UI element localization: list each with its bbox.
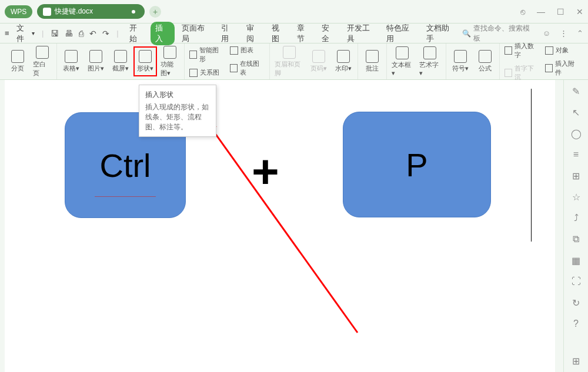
sidebar-help-icon[interactable]: ? <box>571 319 582 329</box>
sidebar-gallery-icon[interactable]: ⊞ <box>571 170 582 181</box>
watermark-button[interactable]: 水印▾ <box>332 48 355 75</box>
plus-text: + <box>252 145 279 199</box>
document-canvas[interactable]: 插入形状 插入现成的形状，如线条、矩形、流程图、标注等。 Ctrl + P <box>5 80 563 372</box>
object-label: 对象 <box>556 46 569 55</box>
skin-icon[interactable]: ⎋ <box>520 7 525 16</box>
smile-icon[interactable]: ☺ <box>543 29 550 38</box>
document-tab[interactable]: 快捷键.docx <box>37 4 145 19</box>
menu-tab-8[interactable]: 开发工具 <box>343 22 379 45</box>
ribbon-toolbar: 分页空白页表格▾图片▾截屏▾形状▾功能图▾智能图形关系图图表在线图表页眉和页脚页… <box>0 43 588 80</box>
sidebar-shape-icon[interactable]: ◯ <box>571 128 582 139</box>
textbox-label: 文本框▾ <box>392 61 413 77</box>
online-chart-icon <box>230 64 238 72</box>
function-diagram-button[interactable]: 功能图▾ <box>158 43 182 80</box>
menu-file[interactable]: 文件▾ <box>13 22 38 45</box>
table-button[interactable]: 表格▾ <box>59 48 83 75</box>
attachment-icon <box>545 64 553 72</box>
page-break-label: 分页 <box>11 64 24 73</box>
menu-tab-1[interactable]: 插入 <box>151 22 175 45</box>
object-icon <box>545 46 553 55</box>
shape-tooltip: 插入形状 插入现成的形状，如线条、矩形、流程图、标注等。 <box>139 85 216 137</box>
insert-number-icon <box>505 46 512 55</box>
formula-button[interactable]: 公式 <box>473 48 497 75</box>
doc-name: 快捷键.docx <box>55 6 93 16</box>
picture-button[interactable]: 图片▾ <box>84 48 108 75</box>
menu-tab-7[interactable]: 安全 <box>318 22 340 45</box>
close-icon[interactable]: ✕ <box>576 7 583 16</box>
formula-icon <box>479 50 492 63</box>
sidebar-grid-icon[interactable]: ⊞ <box>571 356 582 366</box>
add-tab-button[interactable]: + <box>149 6 161 18</box>
blank-page-button[interactable]: 空白页 <box>31 43 54 80</box>
symbol-icon <box>454 50 467 63</box>
menu-tab-10[interactable]: 文档助手 <box>423 22 459 45</box>
page-number-icon <box>312 50 325 63</box>
preview-icon[interactable]: ⎙ <box>79 29 83 38</box>
wordart-label: 艺术字▾ <box>419 61 441 77</box>
smart-art-button[interactable]: 智能图形 <box>187 45 226 65</box>
drop-cap-label: 首字下沉 <box>514 64 539 82</box>
vertical-scrollbar[interactable] <box>555 80 563 372</box>
sidebar-star-icon[interactable]: ☆ <box>571 192 582 202</box>
redo-icon[interactable]: ↷ <box>102 29 109 38</box>
sidebar-screen-icon[interactable]: ⧉ <box>571 234 582 244</box>
minimize-icon[interactable]: — <box>537 7 545 16</box>
relation-chart-label: 关系图 <box>200 68 219 77</box>
chart-button[interactable]: 图表 <box>228 45 267 56</box>
menu-tab-0[interactable]: 开始 <box>126 22 148 45</box>
p-text: P <box>406 146 427 184</box>
online-chart-button[interactable]: 在线图表 <box>228 58 267 78</box>
screenshot-icon <box>114 50 127 63</box>
menu-tab-9[interactable]: 特色应用 <box>383 22 419 45</box>
sidebar-pencil-icon[interactable]: ✎ <box>571 86 582 96</box>
textbox-icon <box>396 46 409 59</box>
insert-number-button[interactable]: 插入数字 <box>502 41 542 61</box>
chart-icon <box>230 46 238 55</box>
menu-tab-6[interactable]: 章节 <box>293 22 315 45</box>
relation-chart-icon <box>189 69 198 77</box>
symbol-button[interactable]: 符号▾ <box>449 48 472 75</box>
header-footer-button[interactable]: 页眉和页脚 <box>272 43 306 80</box>
screenshot-button[interactable]: 截屏▾ <box>109 48 132 75</box>
object-button[interactable]: 对象 <box>543 45 582 56</box>
wordart-button[interactable]: 艺术字▾ <box>417 44 443 79</box>
ctrl-text: Ctrl <box>99 146 151 185</box>
tooltip-title: 插入形状 <box>145 90 210 100</box>
menu-tab-5[interactable]: 视图 <box>268 22 290 45</box>
expand-icon[interactable]: ⌃ <box>577 29 583 38</box>
menu-tab-2[interactable]: 页面布局 <box>178 22 214 45</box>
menu-tab-4[interactable]: 审阅 <box>243 22 265 45</box>
p-key-shape[interactable]: P <box>343 112 491 217</box>
page-break-icon <box>11 50 24 63</box>
comment-icon <box>366 50 379 63</box>
undo-icon[interactable]: ↶ <box>89 29 96 38</box>
smart-art-label: 智能图形 <box>199 46 224 63</box>
doc-icon <box>43 8 51 16</box>
maximize-icon[interactable]: ☐ <box>557 7 564 16</box>
text-cursor <box>531 89 532 242</box>
comment-button[interactable]: 批注 <box>360 48 384 75</box>
hamburger-icon[interactable]: ≡ <box>5 29 9 38</box>
sidebar-history-icon[interactable]: ↻ <box>571 297 582 308</box>
page-number-label: 页码▾ <box>310 64 327 73</box>
sidebar-image-icon[interactable]: ⛶ <box>571 276 582 287</box>
header-footer-icon <box>283 46 296 59</box>
page-number-button[interactable]: 页码▾ <box>307 48 330 75</box>
menu-tab-3[interactable]: 引用 <box>218 22 239 45</box>
textbox-button[interactable]: 文本框▾ <box>389 44 416 79</box>
print-icon[interactable]: 🖶 <box>65 29 73 38</box>
more-icon[interactable]: ⋮ <box>560 29 567 38</box>
sidebar-share-icon[interactable]: ⤴ <box>571 213 582 223</box>
page-break-button[interactable]: 分页 <box>6 48 29 75</box>
sidebar-cursor-icon[interactable]: ↖ <box>571 107 582 118</box>
sidebar-line-icon[interactable]: ≡ <box>571 149 582 160</box>
drop-cap-icon <box>505 69 512 77</box>
attachment-button[interactable]: 插入附件 <box>543 58 582 78</box>
relation-chart-button[interactable]: 关系图 <box>187 67 226 78</box>
save-icon[interactable]: 🖫 <box>51 29 59 38</box>
online-chart-label: 在线图表 <box>240 59 265 77</box>
picture-icon <box>89 50 102 63</box>
shape-button[interactable]: 形状▾ <box>133 46 157 76</box>
function-diagram-label: 功能图▾ <box>161 60 179 78</box>
sidebar-chart-icon[interactable]: ▦ <box>571 255 582 266</box>
